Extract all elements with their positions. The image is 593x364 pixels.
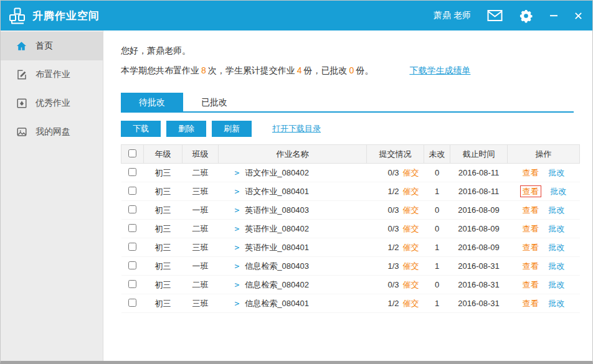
review-link[interactable]: 批改 <box>549 205 565 215</box>
graded-count: 0 <box>348 65 356 75</box>
table-header: 年级 班级 作业名称 提交情况 未改 截止时间 操作 <box>121 145 580 164</box>
table-row: 初三 三班 >信息检索_080401 1/2催交 1 2016-08-31 查看… <box>121 294 580 313</box>
review-link[interactable]: 批改 <box>551 187 567 196</box>
table-row: 初三 二班 >语文作业_080402 0/3催交 0 2016-08-11 查看… <box>121 164 580 182</box>
ungraded-count: 0 <box>424 201 450 220</box>
header-grade: 年级 <box>144 145 183 164</box>
submitted-count: 4 <box>295 65 304 75</box>
row-checkbox[interactable] <box>128 205 136 213</box>
window-body: 首页 布置作业 优秀作业 <box>1 30 592 361</box>
urge-submit-link[interactable]: 催交 <box>403 261 419 271</box>
view-link[interactable]: 查看 <box>523 261 539 271</box>
expand-arrow-icon[interactable]: > <box>235 205 240 215</box>
titlebar-actions: 萧鼎 老师 <box>434 9 582 23</box>
urge-submit-link[interactable]: 催交 <box>403 187 419 196</box>
homework-name-link[interactable]: 信息检索_080401 <box>245 299 309 308</box>
sidebar-item-excellent-homework[interactable]: 优秀作业 <box>1 89 103 118</box>
row-grade: 初三 <box>144 220 183 238</box>
view-link[interactable]: 查看 <box>523 280 539 289</box>
homework-name-link[interactable]: 信息检索_080403 <box>245 261 309 271</box>
homework-name-link[interactable]: 英语作业_080401 <box>245 243 309 252</box>
urge-submit-link[interactable]: 催交 <box>403 243 419 252</box>
expand-arrow-icon[interactable]: > <box>235 261 240 271</box>
view-link[interactable]: 查看 <box>523 299 539 308</box>
submission-count: 0/3 <box>387 280 399 289</box>
sidebar-item-assign-homework[interactable]: 布置作业 <box>1 60 103 89</box>
sidebar-item-home[interactable]: 首页 <box>1 32 103 60</box>
close-button[interactable] <box>574 12 582 20</box>
homework-name-link[interactable]: 信息检索_080402 <box>245 280 309 289</box>
mail-icon[interactable] <box>487 10 503 21</box>
view-link[interactable]: 查看 <box>521 186 541 197</box>
view-link[interactable]: 查看 <box>523 243 539 252</box>
ungraded-count: 1 <box>424 182 450 201</box>
view-link[interactable]: 查看 <box>523 168 539 177</box>
excellent-homework-icon <box>16 98 27 109</box>
row-class: 三班 <box>183 238 219 257</box>
urge-submit-link[interactable]: 催交 <box>403 299 419 308</box>
review-link[interactable]: 批改 <box>549 168 565 177</box>
urge-submit-link[interactable]: 催交 <box>403 205 419 215</box>
review-link[interactable]: 批改 <box>549 280 565 289</box>
minimize-button[interactable] <box>549 11 558 20</box>
refresh-button[interactable]: 刷新 <box>212 121 252 137</box>
expand-arrow-icon[interactable]: > <box>235 187 240 196</box>
view-link[interactable]: 查看 <box>523 205 539 215</box>
deadline-date: 2016-08-09 <box>450 220 508 238</box>
deadline-date: 2016-08-11 <box>450 164 508 182</box>
download-transcript-link[interactable]: 下载学生成绩单 <box>409 65 470 75</box>
row-checkbox[interactable] <box>128 280 136 288</box>
open-download-dir-link[interactable]: 打开下载目录 <box>272 123 321 134</box>
row-checkbox[interactable] <box>128 299 136 307</box>
review-link[interactable]: 批改 <box>549 243 565 252</box>
homework-name-link[interactable]: 语文作业_080401 <box>245 187 309 196</box>
user-name[interactable]: 萧鼎 老师 <box>434 10 471 21</box>
homework-name-link[interactable]: 语文作业_080402 <box>245 168 309 177</box>
sidebar-item-label: 首页 <box>36 40 53 52</box>
header-deadline: 截止时间 <box>450 145 508 164</box>
download-button[interactable]: 下载 <box>121 121 161 137</box>
urge-submit-link[interactable]: 催交 <box>403 280 419 289</box>
row-grade: 初三 <box>144 294 183 313</box>
header-class: 班级 <box>183 145 219 164</box>
urge-submit-link[interactable]: 催交 <box>403 224 419 233</box>
submission-count: 1/3 <box>387 261 399 271</box>
tab-reviewed[interactable]: 已批改 <box>183 93 245 111</box>
header-actions: 操作 <box>508 145 580 164</box>
submission-count: 1/2 <box>387 187 399 196</box>
expand-arrow-icon[interactable]: > <box>235 280 240 289</box>
stats-text: 份。 <box>356 65 373 75</box>
expand-arrow-icon[interactable]: > <box>235 243 240 252</box>
deadline-date: 2016-08-31 <box>450 276 508 294</box>
stats-text: 份，已批改 <box>304 65 348 75</box>
table-row: 初三 三班 >语文作业_080401 1/2催交 1 2016-08-11 查看… <box>121 182 580 201</box>
settings-gear-icon[interactable] <box>519 9 533 23</box>
my-drive-icon <box>16 126 27 138</box>
delete-button[interactable]: 删除 <box>166 121 206 137</box>
tab-pending-review[interactable]: 待批改 <box>121 93 183 111</box>
sidebar: 首页 布置作业 优秀作业 <box>1 30 103 361</box>
row-checkbox[interactable] <box>128 168 136 176</box>
homework-name-link[interactable]: 英语作业_080402 <box>245 224 309 233</box>
row-class: 一班 <box>183 257 219 276</box>
table-row: 初三 二班 >信息检索_080402 0/3催交 0 2016-08-31 查看… <box>121 276 580 294</box>
row-checkbox[interactable] <box>128 224 136 232</box>
review-link[interactable]: 批改 <box>549 224 565 233</box>
select-all-checkbox[interactable] <box>128 149 136 157</box>
deadline-date: 2016-08-31 <box>450 257 508 276</box>
submission-count: 0/3 <box>387 205 399 215</box>
review-link[interactable]: 批改 <box>549 299 565 308</box>
row-checkbox[interactable] <box>128 261 136 269</box>
homework-name-link[interactable]: 英语作业_080403 <box>245 205 309 215</box>
expand-arrow-icon[interactable]: > <box>235 224 240 233</box>
row-checkbox[interactable] <box>128 187 136 195</box>
expand-arrow-icon[interactable]: > <box>235 299 240 308</box>
header-ungraded: 未改 <box>424 145 450 164</box>
expand-arrow-icon[interactable]: > <box>235 168 240 177</box>
review-link[interactable]: 批改 <box>549 261 565 271</box>
row-checkbox[interactable] <box>128 243 136 251</box>
sidebar-item-my-drive[interactable]: 我的网盘 <box>1 118 103 146</box>
urge-submit-link[interactable]: 催交 <box>403 168 419 177</box>
view-link[interactable]: 查看 <box>523 224 539 233</box>
row-class: 三班 <box>183 294 219 313</box>
